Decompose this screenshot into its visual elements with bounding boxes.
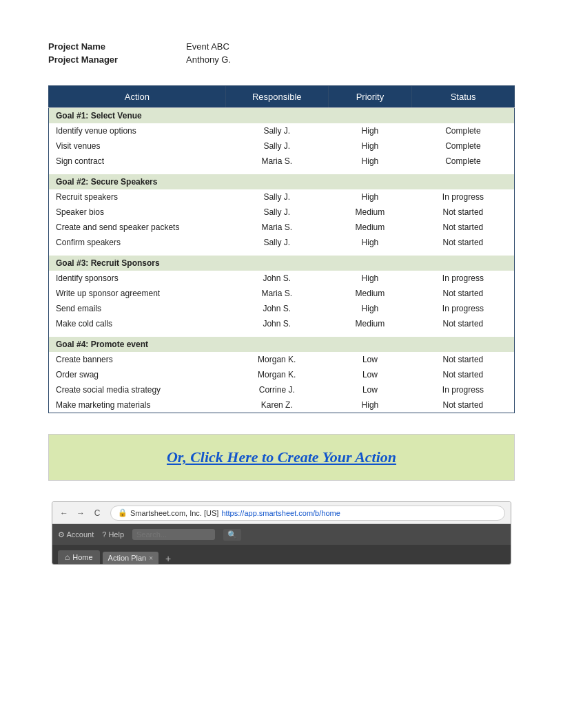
goal-row-3: Goal #3: Recruit Sponsors	[49, 256, 515, 271]
cta-section[interactable]: Or, Click Here to Create Your Action	[48, 434, 515, 481]
cell-responsible: Sally J.	[225, 205, 328, 220]
tab-home-label: Home	[72, 553, 92, 561]
goal-row-4: Goal #4: Promote event	[49, 337, 515, 352]
table-row: Make marketing materials Karen Z. High N…	[49, 397, 515, 413]
cell-status: In progress	[412, 382, 515, 397]
project-name-value: Event ABC	[186, 41, 229, 52]
cell-status: Not started	[412, 316, 515, 331]
cell-responsible: Maria S.	[225, 286, 328, 301]
cell-priority: High	[328, 154, 412, 169]
goal-label: Goal #3: Recruit Sponsors	[49, 256, 515, 271]
cell-status: In progress	[412, 271, 515, 286]
goal-label: Goal #2: Secure Speakers	[49, 174, 515, 189]
cell-priority: High	[328, 397, 412, 413]
project-manager-value: Anthony G.	[186, 54, 231, 65]
table-row: Create and send speaker packets Maria S.…	[49, 220, 515, 235]
cell-action: Write up sponsor agreement	[49, 286, 226, 301]
cell-priority: Medium	[328, 220, 412, 235]
project-manager-row: Project Manager Anthony G.	[48, 54, 515, 65]
browser-address-bar: ← → C 🔒 Smartsheet.com, Inc. [US] https:…	[52, 502, 511, 524]
cell-priority: High	[328, 301, 412, 316]
goal-row-2: Goal #2: Secure Speakers	[49, 174, 515, 189]
cell-action: Create and send speaker packets	[49, 220, 226, 235]
tab-page-label: Action Plan	[108, 554, 147, 562]
cell-status: In progress	[412, 301, 515, 316]
cell-responsible: John S.	[225, 301, 328, 316]
cell-action: Sign contract	[49, 154, 226, 169]
cell-priority: Medium	[328, 316, 412, 331]
cell-priority: Medium	[328, 286, 412, 301]
toolbar-search-btn[interactable]: 🔍	[223, 529, 241, 541]
toolbar-search-input[interactable]	[132, 529, 215, 540]
table-header-row: Action Responsible Priority Status	[49, 86, 515, 108]
table-row: Identify sponsors John S. High In progre…	[49, 271, 515, 286]
cell-priority: Low	[328, 352, 412, 367]
spacer-row	[49, 169, 515, 174]
cell-responsible: Corrine J.	[225, 382, 328, 397]
tab-close-btn[interactable]: ×	[149, 554, 153, 562]
cell-action: Visit venues	[49, 138, 226, 154]
table-row: Create banners Morgan K. Low Not started	[49, 352, 515, 367]
table-row: Order swag Morgan K. Low Not started	[49, 367, 515, 382]
cell-priority: High	[328, 271, 412, 286]
cell-action: Recruit speakers	[49, 189, 226, 205]
table-row: Speaker bios Sally J. Medium Not started	[49, 205, 515, 220]
cell-responsible: Morgan K.	[225, 367, 328, 382]
toolbar-help[interactable]: ? Help	[102, 530, 124, 539]
cell-status: Not started	[412, 367, 515, 382]
cell-responsible: Morgan K.	[225, 352, 328, 367]
cell-status: Not started	[412, 352, 515, 367]
tab-new-btn[interactable]: +	[161, 553, 175, 564]
cell-responsible: John S.	[225, 316, 328, 331]
cell-action: Create social media strategy	[49, 382, 226, 397]
cell-priority: Low	[328, 382, 412, 397]
tab-action-plan[interactable]: Action Plan ×	[103, 552, 159, 564]
cell-responsible: Sally J.	[225, 189, 328, 205]
project-name-row: Project Name Event ABC	[48, 41, 515, 52]
cell-action: Speaker bios	[49, 205, 226, 220]
spacer-row	[49, 250, 515, 256]
cell-status: Not started	[412, 397, 515, 413]
tab-home[interactable]: ⌂ Home	[58, 550, 100, 564]
cell-status: In progress	[412, 189, 515, 205]
table-row: Make cold calls John S. Medium Not start…	[49, 316, 515, 331]
cell-status: Complete	[412, 123, 515, 138]
cell-action: Confirm speakers	[49, 235, 226, 250]
cell-responsible: Sally J.	[225, 235, 328, 250]
cell-responsible: Maria S.	[225, 154, 328, 169]
project-manager-label: Project Manager	[48, 54, 186, 65]
cell-priority: High	[328, 189, 412, 205]
cta-link[interactable]: Or, Click Here to Create Your Action	[167, 448, 396, 466]
cell-action: Make cold calls	[49, 316, 226, 331]
cell-responsible: John S.	[225, 271, 328, 286]
table-row: Identify venue options Sally J. High Com…	[49, 123, 515, 138]
browser-back-btn[interactable]: ←	[58, 507, 70, 519]
project-name-label: Project Name	[48, 41, 186, 52]
cell-action: Make marketing materials	[49, 397, 226, 413]
table-row: Recruit speakers Sally J. High In progre…	[49, 189, 515, 205]
cell-priority: Medium	[328, 205, 412, 220]
cell-status: Complete	[412, 138, 515, 154]
table-row: Confirm speakers Sally J. High Not start…	[49, 235, 515, 250]
cell-priority: High	[328, 123, 412, 138]
header-responsible: Responsible	[225, 86, 328, 108]
browser-forward-btn[interactable]: →	[74, 507, 87, 519]
header-status: Status	[412, 86, 515, 108]
browser-url-area: 🔒 Smartsheet.com, Inc. [US] https://app.…	[110, 506, 505, 521]
cell-status: Not started	[412, 205, 515, 220]
toolbar-account[interactable]: ⚙ Account	[58, 530, 94, 539]
cell-status: Not started	[412, 235, 515, 250]
cell-action: Identify venue options	[49, 123, 226, 138]
browser-refresh-btn[interactable]: C	[91, 507, 103, 519]
home-icon: ⌂	[65, 552, 70, 562]
cell-responsible: Karen Z.	[225, 397, 328, 413]
cell-priority: High	[328, 138, 412, 154]
cell-priority: Low	[328, 367, 412, 382]
goal-label: Goal #1: Select Venue	[49, 108, 515, 124]
browser-toolbar: ⚙ Account ? Help 🔍	[52, 524, 511, 545]
goal-label: Goal #4: Promote event	[49, 337, 515, 352]
goal-row-1: Goal #1: Select Venue	[49, 108, 515, 124]
url-path: https://app.smartsheet.com/b/home	[221, 509, 340, 517]
table-row: Create social media strategy Corrine J. …	[49, 382, 515, 397]
table-row: Write up sponsor agreement Maria S. Medi…	[49, 286, 515, 301]
